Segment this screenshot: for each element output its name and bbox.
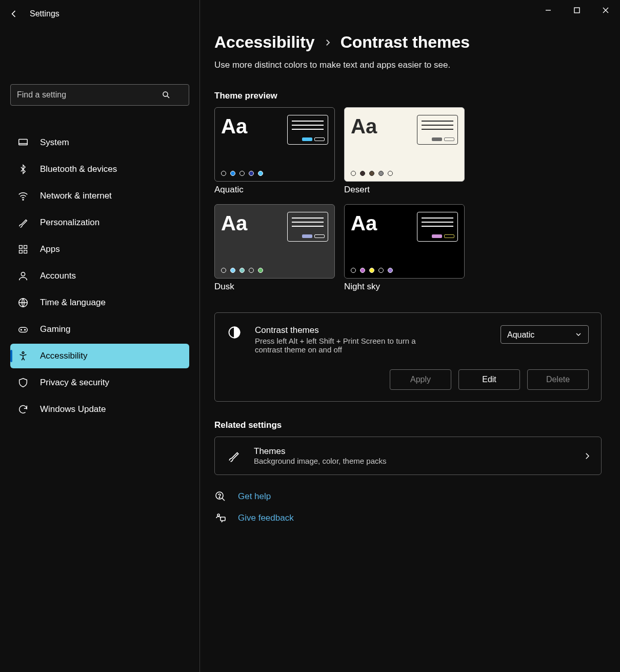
sidebar-item-label: Gaming: [40, 324, 71, 334]
sidebar-item-label: Privacy & security: [40, 378, 109, 388]
sample-text: Aa: [351, 115, 377, 138]
sidebar-item-network[interactable]: Network & internet: [10, 184, 189, 208]
get-help-link[interactable]: Get help: [238, 491, 271, 502]
sidebar-item-label: Time & language: [40, 298, 106, 308]
sidebar-item-label: Accessibility: [40, 351, 88, 361]
window-preview-icon: [417, 115, 458, 145]
back-icon[interactable]: [8, 8, 19, 19]
person-icon: [17, 270, 29, 282]
color-swatches: [221, 268, 328, 273]
sidebar-item-label: Bluetooth & devices: [40, 164, 117, 174]
refresh-icon: [17, 404, 29, 415]
globe-icon: [17, 297, 29, 308]
chevron-right-icon: [323, 38, 332, 47]
grid-icon: [17, 244, 29, 255]
svg-point-2: [23, 199, 24, 200]
theme-preview-dusk[interactable]: Aa: [214, 204, 335, 279]
theme-preview-desert[interactable]: Aa: [344, 107, 465, 182]
color-swatches: [221, 171, 328, 176]
sidebar-item-personalization[interactable]: Personalization: [10, 210, 189, 235]
theme-preview-aquatic[interactable]: Aa: [214, 107, 335, 182]
related-description: Background image, color, theme packs: [254, 457, 569, 465]
svg-rect-13: [574, 8, 579, 13]
related-item-themes[interactable]: Themes Background image, color, theme pa…: [214, 437, 602, 475]
close-button[interactable]: [591, 0, 620, 21]
sidebar-item-label: Personalization: [40, 218, 99, 228]
search-input[interactable]: [10, 84, 189, 106]
chevron-right-icon: [583, 451, 592, 461]
svg-point-10: [21, 329, 22, 330]
svg-rect-6: [24, 250, 27, 253]
breadcrumb: Accessibility Contrast themes: [214, 33, 602, 52]
sidebar-item-time-language[interactable]: Time & language: [10, 290, 189, 315]
panel-description: Press left Alt + left Shift + Print Scre…: [255, 337, 419, 354]
theme-preview-nightsky[interactable]: Aa: [344, 204, 465, 279]
theme-select[interactable]: Aquatic: [501, 325, 589, 344]
sidebar-item-privacy[interactable]: Privacy & security: [10, 370, 189, 395]
color-swatches: [351, 171, 458, 176]
svg-point-7: [21, 272, 25, 276]
svg-rect-3: [19, 246, 23, 249]
contrast-icon: [227, 325, 242, 340]
brush-icon: [227, 449, 241, 463]
related-title: Themes: [254, 446, 569, 457]
svg-rect-18: [221, 517, 225, 521]
related-section-label: Related settings: [214, 420, 602, 430]
sidebar-item-label: Network & internet: [40, 191, 112, 201]
svg-rect-9: [19, 327, 28, 332]
app-title: Settings: [30, 9, 59, 18]
sample-text: Aa: [351, 212, 377, 235]
sidebar-item-label: Accounts: [40, 271, 76, 281]
sidebar-item-label: Apps: [40, 244, 60, 254]
color-swatches: [351, 268, 458, 273]
sidebar-item-system[interactable]: System: [10, 130, 189, 155]
brush-icon: [17, 217, 29, 228]
maximize-button[interactable]: [563, 0, 591, 21]
sidebar-item-bluetooth[interactable]: Bluetooth & devices: [10, 157, 189, 182]
sidebar-item-accounts[interactable]: Accounts: [10, 264, 189, 288]
apply-button[interactable]: Apply: [390, 369, 451, 390]
theme-label: Desert: [344, 185, 465, 195]
sidebar-item-apps[interactable]: Apps: [10, 237, 189, 262]
minimize-button[interactable]: [534, 0, 563, 21]
sidebar-item-gaming[interactable]: Gaming: [10, 317, 189, 342]
panel-title: Contrast themes: [255, 325, 487, 335]
svg-rect-4: [24, 246, 27, 249]
page-title: Contrast themes: [341, 33, 470, 52]
window-preview-icon: [287, 115, 328, 145]
theme-label: Aquatic: [214, 185, 335, 195]
svg-point-17: [217, 514, 219, 516]
svg-point-12: [22, 352, 24, 354]
titlebar: [200, 0, 620, 21]
breadcrumb-parent[interactable]: Accessibility: [214, 33, 315, 52]
sidebar-item-accessibility[interactable]: Accessibility: [10, 344, 189, 368]
give-feedback-link[interactable]: Give feedback: [238, 513, 294, 523]
theme-label: Dusk: [214, 282, 335, 292]
preview-section-label: Theme preview: [214, 91, 602, 101]
gamepad-icon: [17, 324, 29, 335]
sample-text: Aa: [221, 212, 247, 235]
sidebar-item-label: Windows Update: [40, 404, 106, 414]
window-preview-icon: [287, 212, 328, 242]
page-description: Use more distinct colors to make text an…: [214, 60, 602, 70]
feedback-icon: [214, 512, 227, 524]
svg-point-16: [219, 497, 220, 498]
edit-button[interactable]: Edit: [458, 369, 520, 390]
help-icon: [214, 490, 227, 503]
sample-text: Aa: [221, 115, 247, 138]
shield-icon: [17, 377, 29, 388]
svg-rect-1: [19, 140, 28, 145]
sidebar-item-label: System: [40, 137, 69, 148]
wifi-icon: [17, 190, 29, 202]
monitor-icon: [17, 137, 29, 148]
sidebar: Settings System Bluetooth & devices Netw…: [0, 0, 200, 672]
nav-list: System Bluetooth & devices Network & int…: [10, 130, 189, 422]
accessibility-icon: [17, 350, 29, 362]
delete-button[interactable]: Delete: [527, 369, 589, 390]
svg-point-11: [25, 329, 26, 330]
bluetooth-icon: [17, 164, 29, 175]
window-preview-icon: [417, 212, 458, 242]
sidebar-item-update[interactable]: Windows Update: [10, 397, 189, 422]
svg-rect-5: [19, 250, 23, 253]
contrast-themes-panel: Contrast themes Press left Alt + left Sh…: [214, 312, 602, 402]
